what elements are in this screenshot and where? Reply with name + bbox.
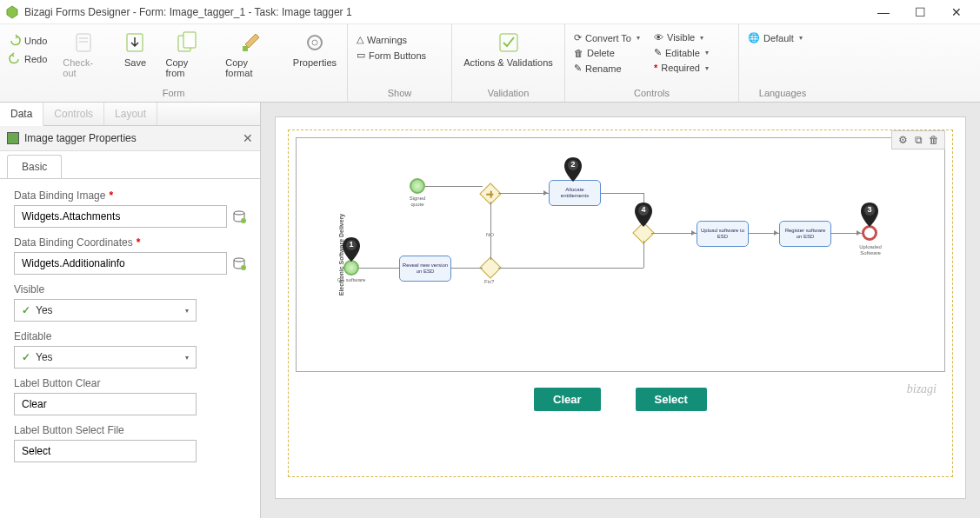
save-button[interactable]: Save — [118, 28, 151, 70]
checkout-icon — [70, 30, 97, 56]
required-toggle[interactable]: *Required▾ — [652, 62, 710, 74]
label-select-label: Label Button Select File — [14, 424, 124, 436]
task-register: Register software on ESD — [779, 221, 831, 247]
save-icon — [122, 30, 148, 56]
chevron-down-icon: ▾ — [185, 307, 189, 315]
settings-icon[interactable]: ⚙ — [897, 134, 909, 146]
app-logo-icon — [5, 5, 19, 19]
minimize-button[interactable]: — — [865, 1, 902, 23]
warnings-button[interactable]: △Warnings — [355, 33, 428, 46]
ribbon: Undo Redo Check-out Save Copy from Copy … — [0, 24, 980, 103]
tab-layout[interactable]: Layout — [104, 103, 157, 125]
tab-controls[interactable]: Controls — [43, 103, 104, 125]
editable-toggle[interactable]: ✎Editable▾ — [652, 46, 710, 59]
end-event — [862, 225, 877, 241]
properties-title: Image tagger Properties — [24, 132, 137, 144]
map-pin-3[interactable]: 3 — [861, 203, 878, 227]
canvas-area: ⚙ ⧉ 🗑 Electronic Software Delivery Signe… — [261, 103, 980, 518]
svg-point-11 — [234, 211, 244, 215]
delete-icon[interactable]: 🗑 — [928, 134, 940, 146]
svg-point-13 — [234, 258, 244, 262]
visible-select[interactable]: ✓Yes▾ — [14, 299, 197, 322]
map-pin-4[interactable]: 4 — [635, 203, 652, 227]
properties-button[interactable]: Properties — [290, 28, 340, 70]
copy-icon[interactable]: ⧉ — [912, 134, 924, 146]
select-button[interactable]: Select — [636, 388, 707, 411]
default-language-button[interactable]: 🌐Default▾ — [746, 31, 804, 44]
ribbon-group-show-label: Show — [355, 88, 444, 100]
tab-data[interactable]: Data — [0, 103, 43, 126]
chevron-down-icon: ▾ — [705, 64, 709, 72]
label-clear-input[interactable] — [14, 393, 197, 415]
copy-from-button[interactable]: Copy from — [162, 28, 211, 80]
widget-toolbar: ⚙ ⧉ 🗑 — [891, 130, 945, 149]
svg-rect-1 — [77, 34, 90, 51]
data-binding-coords-label: Data Binding Coordinates — [14, 236, 133, 249]
visible-toggle[interactable]: 👁Visible▾ — [652, 31, 710, 43]
trash-icon: 🗑 — [574, 48, 583, 58]
delete-button[interactable]: 🗑Delete — [572, 47, 642, 59]
map-pin-1[interactable]: 1 — [343, 237, 360, 262]
copy-format-button[interactable]: Copy format — [222, 28, 279, 80]
convert-to-button[interactable]: ⟳Convert To▾ — [572, 31, 642, 44]
globe-icon: 🌐 — [748, 32, 760, 43]
ribbon-group-form-label: Form — [7, 88, 340, 100]
editable-label: Editable — [14, 330, 51, 342]
ribbon-group-languages-label: Languages — [746, 88, 819, 100]
titlebar: Bizagi Forms Designer - Form: Image_tagg… — [0, 0, 980, 24]
svg-point-14 — [241, 265, 246, 270]
ribbon-group-validation-label: Validation — [459, 88, 557, 100]
undo-icon — [9, 34, 21, 48]
brush-icon — [237, 30, 263, 56]
actions-validations-button[interactable]: Actions & Validations — [460, 28, 557, 70]
rename-icon: ✎ — [574, 63, 582, 74]
required-indicator: * — [137, 236, 141, 249]
visible-label: Visible — [14, 283, 44, 296]
close-window-button[interactable]: ✕ — [938, 1, 975, 23]
svg-point-8 — [308, 36, 322, 50]
svg-rect-6 — [183, 32, 196, 48]
database-picker-icon[interactable] — [232, 209, 246, 223]
start-event-ga-software — [343, 260, 359, 276]
gateway-label: Fix? — [484, 279, 494, 285]
chevron-down-icon: ▾ — [185, 354, 189, 362]
ribbon-group-controls-label: Controls — [572, 88, 731, 100]
redo-button[interactable]: Redo — [7, 51, 49, 67]
svg-marker-0 — [7, 6, 17, 18]
form-container[interactable]: ⚙ ⧉ 🗑 Electronic Software Delivery Signe… — [288, 130, 953, 477]
redo-icon — [9, 52, 21, 66]
data-binding-image-label: Data Binding Image — [14, 189, 105, 202]
eye-icon: 👁 — [654, 32, 663, 43]
database-picker-icon[interactable] — [232, 256, 246, 270]
bizagi-logo: bizagi — [907, 382, 937, 396]
sidebar: Data Controls Layout Image tagger Proper… — [0, 103, 261, 518]
start-event-signed-quote — [410, 178, 425, 194]
tab-basic[interactable]: Basic — [7, 155, 62, 178]
form-buttons-icon: ▭ — [357, 50, 365, 61]
start-label: GA software — [335, 277, 368, 283]
checkout-button[interactable]: Check-out — [59, 28, 108, 80]
label-select-input[interactable] — [14, 440, 197, 462]
data-binding-image-input[interactable] — [14, 205, 227, 228]
data-binding-coords-input[interactable] — [14, 252, 227, 275]
maximize-button[interactable]: ☐ — [902, 1, 938, 23]
rename-button[interactable]: ✎Rename — [572, 62, 642, 75]
svg-rect-7 — [243, 46, 248, 51]
clear-button[interactable]: Clear — [534, 388, 601, 411]
bpmn-diagram[interactable]: Electronic Software Delivery Signed quot… — [296, 137, 945, 372]
chevron-down-icon: ▾ — [705, 49, 709, 56]
map-pin-2[interactable]: 2 — [564, 157, 582, 182]
gear-icon — [302, 30, 328, 56]
convert-icon: ⟳ — [574, 32, 582, 43]
task-reveal: Reveal new version on ESD — [399, 256, 451, 282]
widget-icon — [7, 132, 19, 144]
form-buttons-button[interactable]: ▭Form Buttons — [355, 49, 428, 62]
editable-select[interactable]: ✓Yes▾ — [14, 346, 197, 369]
undo-button[interactable]: Undo — [7, 33, 49, 49]
start-label: Signed quote — [403, 196, 432, 207]
check-icon: ✓ — [22, 351, 30, 363]
svg-point-9 — [312, 40, 317, 45]
close-properties-button[interactable]: ✕ — [243, 131, 253, 145]
warning-icon: △ — [357, 34, 363, 45]
chevron-down-icon: ▾ — [799, 34, 803, 42]
